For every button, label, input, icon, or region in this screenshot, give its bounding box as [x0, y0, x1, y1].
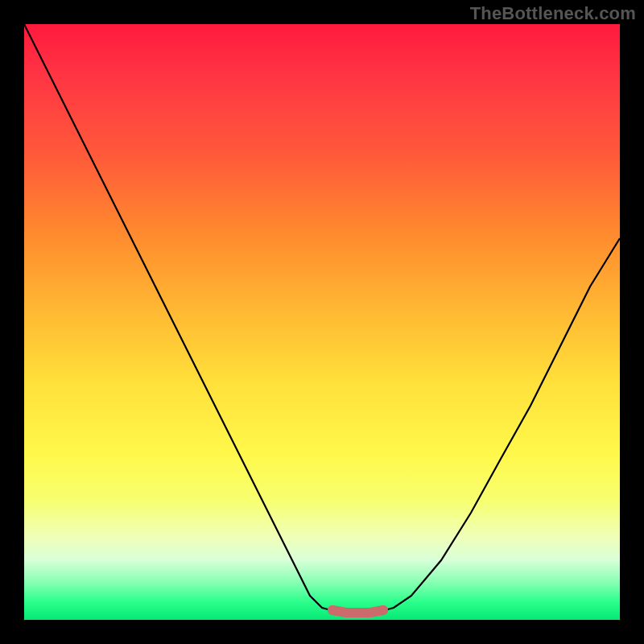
- curve-right-path: [382, 238, 620, 611]
- chart-container: TheBottleneck.com: [0, 0, 644, 644]
- attribution-text: TheBottleneck.com: [470, 3, 636, 24]
- highlight-endcap-right: [378, 605, 388, 615]
- curve-layer: [24, 24, 620, 620]
- highlight-endcap-left: [328, 605, 337, 615]
- highlight-band-path: [332, 610, 383, 613]
- plot-area: [24, 24, 620, 620]
- curve-left-path: [24, 24, 334, 611]
